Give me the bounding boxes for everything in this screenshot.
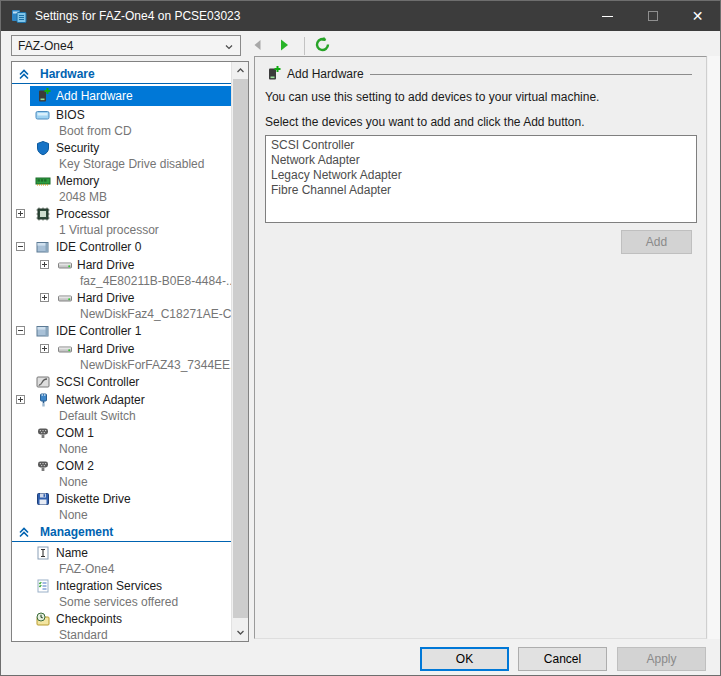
device-option-legacy-network-adapter[interactable]: Legacy Network Adapter [266,168,696,183]
tree-item-bios[interactable]: BIOS [12,106,231,124]
expander-plus-icon[interactable] [40,344,49,353]
tree-section-header-hardware[interactable]: Hardware [12,65,231,84]
processor-icon [35,206,51,222]
com-port-icon [35,458,51,474]
titlebar: Settings for FAZ-One4 on PCSE03023 ✕ [1,1,720,31]
tree-item-label: Processor [56,207,110,221]
tree-item-hard-drive[interactable]: Hard Drive [12,289,231,307]
tree-item-sublabel: Some services offered [12,595,231,610]
sidebar-scrollbar[interactable] [231,62,248,641]
tree-item-processor[interactable]: Processor [12,205,231,223]
apply-button[interactable]: Apply [617,647,706,671]
minimize-button[interactable] [585,1,630,31]
tree-item-label: Security [56,141,99,155]
header-rule [370,74,692,75]
ok-button[interactable]: OK [420,647,509,671]
vm-selector-value: FAZ-One4 [18,39,73,53]
device-listbox[interactable]: SCSI ControllerNetwork AdapterLegacy Net… [265,135,697,223]
hard-drive-icon [57,257,73,273]
tree-item-label: Integration Services [56,579,162,593]
tree-item-label: Hard Drive [77,291,134,305]
collapse-chevron-icon [18,68,30,80]
refresh-icon [314,36,331,56]
ide-controller-icon [35,323,51,339]
scroll-up-icon[interactable] [232,62,249,79]
tree-item-label: SCSI Controller [56,375,139,389]
tree-item-scsi-controller[interactable]: SCSI Controller [12,373,231,391]
tree-item-label: COM 1 [56,426,94,440]
close-button[interactable]: ✕ [675,1,720,31]
expander-plus-icon[interactable] [16,395,25,404]
tree-item-label: IDE Controller 1 [56,324,141,338]
tree-item-sublabel: None [12,508,231,523]
chevron-down-icon [224,41,234,51]
tree-item-label: Name [56,546,88,560]
tree-item-label: Network Adapter [56,393,145,407]
settings-tree-panel: HardwareAdd HardwareBIOSBoot from CDSecu… [11,61,249,642]
vm-selector-dropdown[interactable]: FAZ-One4 [11,35,241,56]
panel-title: Add Hardware [287,67,364,81]
tree-item-integration-services[interactable]: Integration Services [12,577,231,595]
navigate-back-button[interactable] [247,34,269,58]
panel-description-2: Select the devices you want to add and c… [265,115,585,129]
tree-item-ide-controller-0[interactable]: IDE Controller 0 [12,238,231,256]
panel-description-1: You can use this setting to add devices … [265,90,599,104]
tree-item-ide-controller-1[interactable]: IDE Controller 1 [12,322,231,340]
tree-item-name[interactable]: Name [12,544,231,562]
device-option-scsi-controller[interactable]: SCSI Controller [266,138,696,153]
expander-plus-icon[interactable] [40,293,49,302]
minimize-icon [602,16,613,17]
tree-item-label: Memory [56,174,99,188]
tree-item-sublabel: NewDiskForFAZ43_7344EE... [12,358,231,373]
refresh-button[interactable] [311,34,333,58]
tree-item-label: BIOS [56,108,85,122]
device-option-fibre-channel-adapter[interactable]: Fibre Channel Adapter [266,183,696,198]
bios-icon [35,107,51,123]
tree-section-header-management[interactable]: Management [12,523,231,542]
maximize-button[interactable] [630,1,675,31]
tree-item-label: Add Hardware [56,89,133,103]
expander-minus-icon[interactable] [16,326,25,335]
device-option-network-adapter[interactable]: Network Adapter [266,153,696,168]
tree-item-label: Hard Drive [77,342,134,356]
tree-item-label: IDE Controller 0 [56,240,141,254]
tree-item-security[interactable]: Security [12,139,231,157]
tree-item-com-2[interactable]: COM 2 [12,457,231,475]
tree-item-com-1[interactable]: COM 1 [12,424,231,442]
ide-controller-icon [35,239,51,255]
section-label: Hardware [40,67,95,81]
cancel-button[interactable]: Cancel [518,647,607,671]
add-hardware-icon [265,65,281,81]
close-icon: ✕ [692,9,704,23]
navigate-forward-button[interactable] [273,34,295,58]
tree-item-hard-drive[interactable]: Hard Drive [12,256,231,274]
tree-item-hard-drive[interactable]: Hard Drive [12,340,231,358]
dialog-footer: OK Cancel Apply [1,642,720,676]
settings-tree: HardwareAdd HardwareBIOSBoot from CDSecu… [12,62,231,641]
scrollbar-thumb[interactable] [233,79,248,618]
tree-item-sublabel: Key Storage Drive disabled [12,157,231,172]
checkpoints-icon [35,611,51,627]
add-button[interactable]: Add [621,230,692,254]
back-arrow-icon [250,37,266,56]
tree-item-label: Checkpoints [56,612,122,626]
panel-scrollbar-track [708,56,721,639]
tree-item-memory[interactable]: Memory [12,172,231,190]
window-title: Settings for FAZ-One4 on PCSE03023 [35,9,240,23]
memory-icon [35,173,51,189]
tree-item-add-hardware[interactable]: Add Hardware [12,86,231,106]
tree-item-diskette-drive[interactable]: Diskette Drive [12,490,231,508]
expander-minus-icon[interactable] [16,242,25,251]
scsi-controller-icon [35,374,51,390]
tree-item-checkpoints[interactable]: Checkpoints [12,610,231,628]
tree-item-label: Diskette Drive [56,492,131,506]
content-panel: Add Hardware You can use this setting to… [254,56,707,639]
expander-plus-icon[interactable] [40,260,49,269]
tree-item-sublabel: Default Switch [12,409,231,424]
tree-item-network-adapter[interactable]: Network Adapter [12,391,231,409]
hyper-v-settings-icon [11,8,27,24]
scroll-down-icon[interactable] [232,624,249,641]
tree-item-sublabel: NewDiskFaz4_C18271AE-C... [12,307,231,322]
tree-item-sublabel: 2048 MB [12,190,231,205]
expander-plus-icon[interactable] [16,209,25,218]
